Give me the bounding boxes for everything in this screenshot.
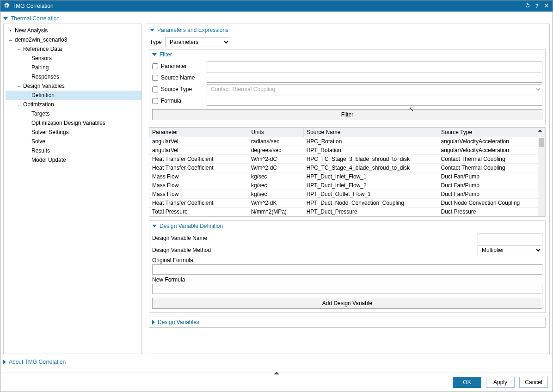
section-label: Thermal Correlation <box>11 15 60 22</box>
table-cell: HPT_Duct_Pressure <box>304 208 438 216</box>
dv-method-select[interactable]: Multiplier <box>478 245 542 255</box>
tree-item-label: Model Update <box>31 157 66 163</box>
filter-formula-input[interactable] <box>207 96 542 106</box>
dialog-title: TMG Correlation <box>12 3 54 9</box>
table-cell: kg/sec <box>248 190 304 199</box>
resize-grip[interactable]: ▴ <box>0 369 553 373</box>
tree-item-label: Solve <box>31 138 45 145</box>
close-icon[interactable] <box>543 2 550 10</box>
filter-sourcetype-check[interactable]: Source Type <box>152 86 203 92</box>
tree-item-label: Results <box>31 147 50 154</box>
caret-down-icon <box>150 29 154 31</box>
tree-item-label: demo2win_scenario3 <box>14 37 67 43</box>
help-icon[interactable]: ? <box>535 3 539 9</box>
table-cell: degrees/sec <box>248 146 304 155</box>
filter-button[interactable]: Filter <box>152 109 542 120</box>
collapse-icon[interactable]: – <box>16 46 22 52</box>
parameters-table: ParameterUnitsSource NameSource Type ang… <box>149 127 546 217</box>
tree-item[interactable]: Sensors <box>6 54 141 63</box>
tree-item[interactable]: Pairing <box>6 63 141 72</box>
table-cell: HPC_TC_Stage_4_blade_shroud_to_disk <box>304 164 438 172</box>
filter-sourcetype-select[interactable]: Contact Thermal Coupling <box>207 84 542 94</box>
table-cell: HPC_Rotation <box>304 137 438 146</box>
filter-sourcetype-checkbox[interactable] <box>152 86 158 92</box>
section-label: Filter <box>160 51 172 58</box>
table-row[interactable]: angularVelradians/secHPC_Rotationangular… <box>149 137 545 146</box>
table-header[interactable]: Source Name <box>304 128 438 137</box>
section-about[interactable]: About TMG Correlation <box>3 357 550 367</box>
tree-item[interactable]: Solver Settings <box>6 128 141 137</box>
caret-right-icon <box>3 360 6 364</box>
table-cell: Duct Fan/Pump <box>438 172 545 181</box>
table-scrollbar[interactable] <box>538 138 545 216</box>
collapse-icon[interactable]: – <box>16 83 22 89</box>
scrollbar-thumb[interactable] <box>539 138 544 147</box>
filter-parameter-check[interactable]: Parameter <box>152 63 203 69</box>
table-header[interactable]: Parameter <box>149 128 248 137</box>
table-row[interactable]: Total PressureN/mm^2(MPa)HPT_Duct_Pressu… <box>149 208 545 216</box>
table-header[interactable]: Source Type <box>438 128 545 137</box>
tree-item[interactable]: Targets <box>6 109 141 118</box>
reset-icon[interactable] <box>524 2 531 10</box>
tree-item[interactable]: Optimization Design Variables <box>6 118 141 128</box>
collapse-icon[interactable]: – <box>7 37 14 43</box>
ok-button[interactable]: OK <box>453 377 481 388</box>
tree-item[interactable]: –Design Variables <box>6 81 141 91</box>
tree-item-label: Optimization Design Variables <box>31 120 105 126</box>
apply-button[interactable]: Apply <box>486 377 515 388</box>
tree-item[interactable]: Results <box>6 146 141 155</box>
dv-name-input[interactable] <box>478 233 542 243</box>
titlebar: TMG Correlation ? <box>0 0 553 12</box>
table-cell: HPC_TC_Stage_3_blade_shroud_to_disk <box>304 155 438 164</box>
tree-item-label: Reference Data <box>22 46 62 52</box>
filter-sourcename-check[interactable]: Source Name <box>152 74 203 81</box>
table-row[interactable]: angularVeldegrees/secHPT_Rotationangular… <box>149 146 545 155</box>
orig-formula-label: Original Formula <box>152 257 542 263</box>
section-design-variables[interactable]: Design Variables <box>149 317 546 328</box>
tree-item[interactable]: Model Update <box>6 155 141 165</box>
tree-item[interactable]: –demo2win_scenario3 <box>6 35 141 44</box>
filter-parameter-checkbox[interactable] <box>152 63 158 69</box>
filter-parameter-input[interactable] <box>207 61 542 71</box>
tree-item[interactable]: –Reference Data <box>6 44 141 54</box>
section-filter[interactable]: Filter <box>152 51 542 60</box>
filter-formula-checkbox[interactable] <box>152 98 158 104</box>
table-cell: angularVel <box>149 146 248 155</box>
section-thermal-correlation[interactable]: Thermal Correlation <box>3 13 550 24</box>
table-row[interactable]: Heat Transfer CoefficientW/m^2-dCHPC_TC_… <box>149 164 545 172</box>
table-row[interactable]: Heat Transfer CoefficientW/m^2-dKHPT_Duc… <box>149 199 545 208</box>
nav-tree: •New Analysis–demo2win_scenario3–Referen… <box>3 24 142 354</box>
section-label: Design Variable Definition <box>160 223 223 229</box>
section-parameters-expressions[interactable]: Parameters and Expressions <box>146 25 548 35</box>
collapse-icon[interactable]: – <box>16 102 22 107</box>
table-cell: W/m^2-dC <box>248 155 304 164</box>
table-cell: angularVelocityAcceleration <box>438 146 545 155</box>
table-cell: HPT_Duct_Inlet_Flow_2 <box>304 181 438 190</box>
table-row[interactable]: Mass Flowkg/secHPT_Duct_Outlet_Flow_1Duc… <box>149 190 545 199</box>
table-header[interactable]: Units <box>248 128 304 137</box>
tree-item[interactable]: Definition <box>6 91 141 100</box>
bullet-icon[interactable]: • <box>7 28 14 33</box>
table-row[interactable]: Mass Flowkg/secHPT_Duct_Inlet_Flow_2Duct… <box>149 181 545 190</box>
tree-item-label: Solver Settings <box>31 129 69 135</box>
table-cell: W/m^2-dK <box>248 199 304 208</box>
table-cell: Duct Pressure <box>438 208 545 216</box>
table-row[interactable]: Mass Flowkg/secHPT_Duct_Inlet_Flow_1Duct… <box>149 172 545 181</box>
tree-item[interactable]: Responses <box>6 72 141 81</box>
tree-item[interactable]: –Optimization <box>6 100 141 109</box>
tree-item[interactable]: •New Analysis <box>6 26 141 35</box>
filter-sourcename-checkbox[interactable] <box>152 75 158 81</box>
type-select[interactable]: Parameters <box>166 37 230 47</box>
design-variable-definition: Design Variable Definition Design Variab… <box>149 220 546 313</box>
table-row[interactable]: Heat Transfer CoefficientW/m^2-dCHPC_TC_… <box>149 155 545 164</box>
new-formula-label: New Formula <box>152 276 542 283</box>
tree-item[interactable]: Solve <box>6 137 141 146</box>
new-formula-input <box>152 284 542 294</box>
section-label: Parameters and Expressions <box>157 27 228 33</box>
add-design-variable-button[interactable]: Add Design Variable <box>152 298 542 309</box>
cancel-button[interactable]: Cancel <box>519 377 548 388</box>
filter-formula-check[interactable]: Formula <box>152 98 203 104</box>
filter-sourcename-input[interactable] <box>207 73 542 83</box>
section-dvdef[interactable]: Design Variable Definition <box>152 223 542 231</box>
table-cell: Total Pressure <box>149 208 248 216</box>
